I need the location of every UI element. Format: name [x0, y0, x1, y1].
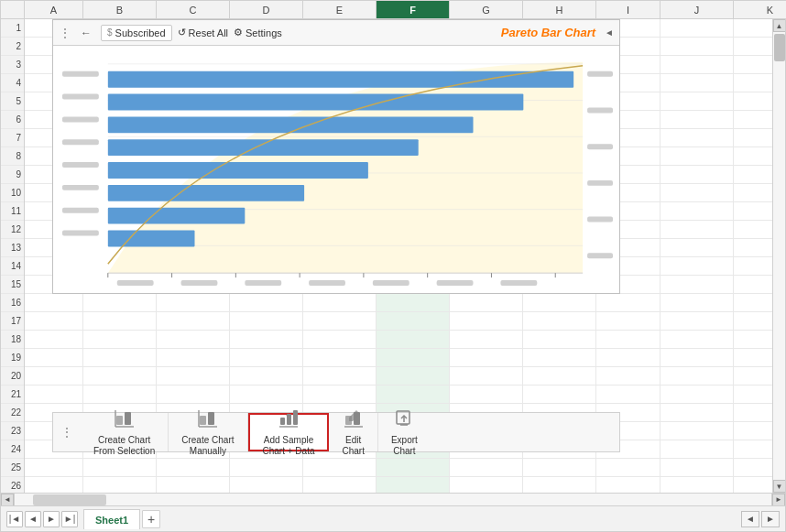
add-sheet-button[interactable]: +: [142, 510, 160, 528]
cell-c25[interactable]: [157, 459, 230, 476]
col-header-i[interactable]: I: [596, 1, 660, 18]
cell-i17[interactable]: [596, 312, 660, 330]
scroll-down-button[interactable]: ▼: [773, 480, 786, 493]
sheet-nav-prev-button[interactable]: ◄: [25, 511, 41, 527]
cell-b16[interactable]: [83, 294, 157, 311]
cell-f25[interactable]: [377, 459, 450, 476]
scroll-thumb[interactable]: [774, 34, 785, 61]
cell-k8[interactable]: [734, 147, 772, 165]
chart-subscribed-button[interactable]: $ Subscribed: [101, 25, 172, 41]
cell-k7[interactable]: [734, 129, 772, 147]
cell-a25[interactable]: [25, 459, 83, 476]
cell-g25[interactable]: [450, 459, 523, 476]
cell-e21[interactable]: [303, 385, 377, 403]
cell-a17[interactable]: [25, 312, 83, 330]
cell-k18[interactable]: [734, 331, 772, 348]
cell-a16[interactable]: [25, 294, 83, 311]
cell-g20[interactable]: [450, 367, 523, 385]
cell-k9[interactable]: [734, 166, 772, 183]
create-chart-from-selection-button[interactable]: Create ChartFrom Selection: [81, 413, 169, 451]
col-header-j[interactable]: J: [660, 1, 734, 18]
cell-j22[interactable]: [660, 404, 734, 421]
cell-g21[interactable]: [450, 385, 523, 403]
cell-a20[interactable]: [25, 367, 83, 385]
sheet-tab-sheet1[interactable]: Sheet1: [83, 509, 140, 529]
cell-c18[interactable]: [157, 331, 230, 348]
cell-e17[interactable]: [303, 312, 377, 330]
col-header-f[interactable]: F: [377, 1, 450, 18]
cell-j9[interactable]: [660, 166, 734, 183]
cell-k2[interactable]: [734, 38, 772, 55]
cell-k11[interactable]: [734, 202, 772, 220]
cell-b21[interactable]: [83, 385, 157, 403]
cell-b26[interactable]: [83, 477, 157, 493]
cell-h26[interactable]: [523, 477, 596, 493]
cell-k14[interactable]: [734, 257, 772, 275]
cell-g17[interactable]: [450, 312, 523, 330]
bottom-toolbar-handle[interactable]: ⋮: [53, 425, 81, 440]
cell-e26[interactable]: [303, 477, 377, 493]
cell-b20[interactable]: [83, 367, 157, 385]
cell-f21[interactable]: [377, 385, 450, 403]
cell-g18[interactable]: [450, 331, 523, 348]
cell-j4[interactable]: [660, 74, 734, 92]
chart-back-button[interactable]: ←: [77, 25, 95, 41]
cell-e18[interactable]: [303, 331, 377, 348]
cell-i26[interactable]: [596, 477, 660, 493]
col-header-g[interactable]: G: [450, 1, 523, 18]
cell-k4[interactable]: [734, 74, 772, 92]
cell-j6[interactable]: [660, 111, 734, 128]
cell-d21[interactable]: [230, 385, 303, 403]
cell-k12[interactable]: [734, 221, 772, 238]
col-header-a[interactable]: A: [25, 1, 83, 18]
scroll-track[interactable]: [773, 32, 786, 480]
h-scroll-thumb[interactable]: [33, 494, 106, 505]
edit-chart-button[interactable]: EditChart: [329, 413, 377, 451]
cell-j25[interactable]: [660, 459, 734, 476]
sheet-nav-last-button[interactable]: ►|: [61, 511, 78, 527]
cell-e25[interactable]: [303, 459, 377, 476]
cell-f18[interactable]: [377, 331, 450, 348]
cell-i19[interactable]: [596, 349, 660, 366]
cell-b25[interactable]: [83, 459, 157, 476]
cell-k21[interactable]: [734, 385, 772, 403]
cell-f16[interactable]: [377, 294, 450, 311]
cell-k1[interactable]: [734, 19, 772, 37]
cell-f20[interactable]: [377, 367, 450, 385]
cell-k15[interactable]: [734, 276, 772, 293]
cell-h17[interactable]: [523, 312, 596, 330]
cell-a21[interactable]: [25, 385, 83, 403]
cell-e20[interactable]: [303, 367, 377, 385]
cell-k23[interactable]: [734, 422, 772, 440]
cell-h18[interactable]: [523, 331, 596, 348]
cell-h20[interactable]: [523, 367, 596, 385]
cell-h21[interactable]: [523, 385, 596, 403]
cell-h19[interactable]: [523, 349, 596, 366]
cell-j16[interactable]: [660, 294, 734, 311]
scroll-left-button[interactable]: ◄: [1, 494, 14, 506]
cell-e16[interactable]: [303, 294, 377, 311]
cell-j20[interactable]: [660, 367, 734, 385]
cell-d25[interactable]: [230, 459, 303, 476]
grid-cells[interactable]: ⋮ ← $ Subscribed ↺ Reset All ⚙ Settings …: [25, 19, 772, 493]
scroll-right-button[interactable]: ►: [772, 494, 785, 506]
cell-k20[interactable]: [734, 367, 772, 385]
cell-b18[interactable]: [83, 331, 157, 348]
cell-d16[interactable]: [230, 294, 303, 311]
cell-g16[interactable]: [450, 294, 523, 311]
chart-drag-handle[interactable]: ⋮: [59, 27, 71, 39]
cell-a26[interactable]: [25, 477, 83, 493]
cell-j24[interactable]: [660, 440, 734, 458]
cell-j1[interactable]: [660, 19, 734, 37]
cell-f19[interactable]: [377, 349, 450, 366]
cell-g19[interactable]: [450, 349, 523, 366]
cell-k6[interactable]: [734, 111, 772, 128]
cell-h25[interactable]: [523, 459, 596, 476]
cell-j5[interactable]: [660, 92, 734, 110]
cell-d17[interactable]: [230, 312, 303, 330]
cell-f17[interactable]: [377, 312, 450, 330]
col-header-b[interactable]: B: [83, 1, 157, 18]
cell-f26[interactable]: [377, 477, 450, 493]
export-chart-button[interactable]: ExportChart: [378, 413, 431, 451]
chart-collapse-button[interactable]: ◄: [605, 27, 614, 38]
